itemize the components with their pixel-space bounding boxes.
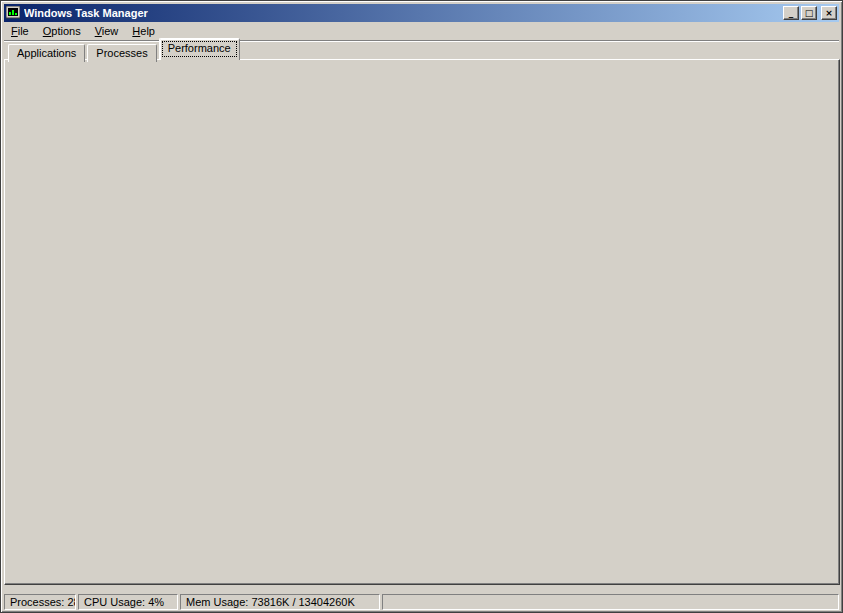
status-processes: Processes: 28 <box>4 594 76 610</box>
minimize-button[interactable]: _ <box>783 6 799 20</box>
menu-item-options[interactable]: Options <box>36 23 88 39</box>
task-manager-window: Windows Task Manager _ □ × FileOptionsVi… <box>0 0 843 613</box>
tab-processes[interactable]: Processes <box>87 44 156 62</box>
menu-item-help[interactable]: Help <box>125 23 162 39</box>
app-icon[interactable] <box>6 6 20 20</box>
performance-tab-page <box>4 59 840 585</box>
window-title: Windows Task Manager <box>24 7 781 19</box>
title-bar[interactable]: Windows Task Manager _ □ × <box>4 4 839 22</box>
close-button[interactable]: × <box>821 6 837 20</box>
status-mem-usage: Mem Usage: 73816K / 13404260K <box>180 594 380 610</box>
tab-performance[interactable]: Performance <box>159 38 240 60</box>
status-cpu-usage: CPU Usage: 4% <box>78 594 178 610</box>
maximize-button[interactable]: □ <box>801 6 817 20</box>
status-bar: Processes: 28CPU Usage: 4%Mem Usage: 738… <box>4 590 839 611</box>
tab-applications[interactable]: Applications <box>8 44 85 62</box>
menu-item-view[interactable]: View <box>88 23 126 39</box>
status-filler-panel <box>382 594 839 610</box>
tab-strip: ApplicationsProcessesPerformance <box>8 38 242 60</box>
menu-item-file[interactable]: File <box>4 23 36 39</box>
